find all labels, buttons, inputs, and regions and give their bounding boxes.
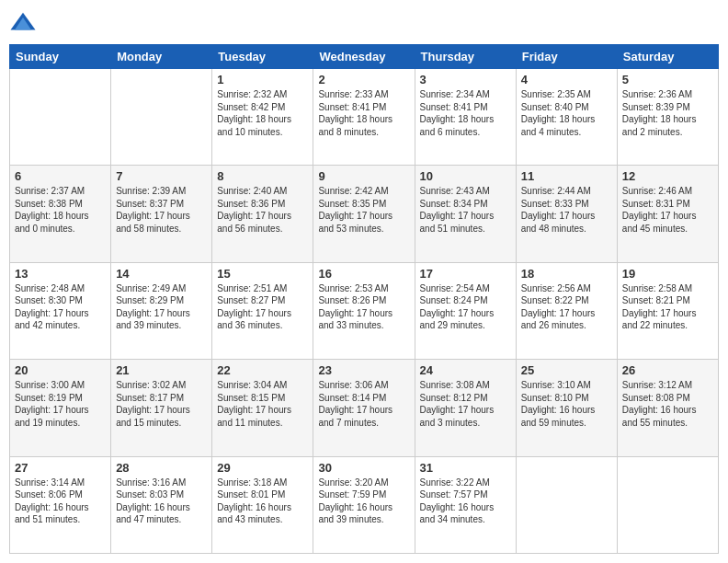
weekday-header: Monday xyxy=(111,45,212,69)
calendar-week-row: 6Sunrise: 2:37 AM Sunset: 8:38 PM Daylig… xyxy=(10,166,719,262)
calendar-cell: 15Sunrise: 2:51 AM Sunset: 8:27 PM Dayli… xyxy=(212,262,313,359)
day-number: 28 xyxy=(116,461,207,475)
day-content: Sunrise: 2:39 AM Sunset: 8:37 PM Dayligh… xyxy=(116,185,207,235)
day-content: Sunrise: 3:06 AM Sunset: 8:14 PM Dayligh… xyxy=(318,379,409,429)
day-content: Sunrise: 3:08 AM Sunset: 8:12 PM Dayligh… xyxy=(420,379,511,429)
calendar-cell: 19Sunrise: 2:58 AM Sunset: 8:21 PM Dayli… xyxy=(617,262,718,359)
calendar-cell: 29Sunrise: 3:18 AM Sunset: 8:01 PM Dayli… xyxy=(212,456,313,553)
day-content: Sunrise: 2:51 AM Sunset: 8:27 PM Dayligh… xyxy=(217,282,308,332)
day-number: 18 xyxy=(521,267,612,281)
day-number: 10 xyxy=(420,169,511,183)
calendar-cell: 18Sunrise: 2:56 AM Sunset: 8:22 PM Dayli… xyxy=(516,262,617,359)
day-content: Sunrise: 3:18 AM Sunset: 8:01 PM Dayligh… xyxy=(217,477,308,526)
calendar-cell: 22Sunrise: 3:04 AM Sunset: 8:15 PM Dayli… xyxy=(212,360,313,456)
weekday-header: Sunday xyxy=(10,45,111,69)
calendar-cell: 24Sunrise: 3:08 AM Sunset: 8:12 PM Dayli… xyxy=(415,360,516,456)
calendar-week-row: 13Sunrise: 2:48 AM Sunset: 8:30 PM Dayli… xyxy=(10,262,719,359)
day-content: Sunrise: 3:16 AM Sunset: 8:03 PM Dayligh… xyxy=(116,477,207,526)
day-number: 2 xyxy=(318,73,409,86)
calendar-cell: 2Sunrise: 2:33 AM Sunset: 8:41 PM Daylig… xyxy=(313,69,415,166)
weekday-header: Friday xyxy=(516,45,617,69)
calendar-cell: 6Sunrise: 2:37 AM Sunset: 8:38 PM Daylig… xyxy=(10,166,111,262)
calendar-cell: 30Sunrise: 3:20 AM Sunset: 7:59 PM Dayli… xyxy=(313,456,415,553)
weekday-header: Thursday xyxy=(415,45,516,69)
calendar-cell xyxy=(111,69,212,166)
calendar-cell: 26Sunrise: 3:12 AM Sunset: 8:08 PM Dayli… xyxy=(617,360,718,456)
calendar-week-row: 1Sunrise: 2:32 AM Sunset: 8:42 PM Daylig… xyxy=(10,69,719,166)
day-number: 20 xyxy=(15,363,106,377)
day-number: 30 xyxy=(318,461,409,475)
day-number: 15 xyxy=(217,267,308,281)
weekday-header: Tuesday xyxy=(212,45,313,69)
calendar-week-row: 27Sunrise: 3:14 AM Sunset: 8:06 PM Dayli… xyxy=(10,456,719,553)
day-number: 14 xyxy=(116,267,207,281)
day-content: Sunrise: 2:32 AM Sunset: 8:42 PM Dayligh… xyxy=(217,88,308,138)
day-content: Sunrise: 2:53 AM Sunset: 8:26 PM Dayligh… xyxy=(318,282,409,332)
calendar-cell: 16Sunrise: 2:53 AM Sunset: 8:26 PM Dayli… xyxy=(313,262,415,359)
calendar-cell xyxy=(516,456,617,553)
day-content: Sunrise: 2:54 AM Sunset: 8:24 PM Dayligh… xyxy=(420,282,511,332)
calendar-cell: 25Sunrise: 3:10 AM Sunset: 8:10 PM Dayli… xyxy=(516,360,617,456)
calendar-cell: 28Sunrise: 3:16 AM Sunset: 8:03 PM Dayli… xyxy=(111,456,212,553)
calendar-cell: 7Sunrise: 2:39 AM Sunset: 8:37 PM Daylig… xyxy=(111,166,212,262)
day-number: 17 xyxy=(420,267,511,281)
calendar-cell: 23Sunrise: 3:06 AM Sunset: 8:14 PM Dayli… xyxy=(313,360,415,456)
calendar-cell: 17Sunrise: 2:54 AM Sunset: 8:24 PM Dayli… xyxy=(415,262,516,359)
day-number: 9 xyxy=(318,169,409,183)
calendar-cell: 20Sunrise: 3:00 AM Sunset: 8:19 PM Dayli… xyxy=(10,360,111,456)
day-number: 5 xyxy=(622,73,713,86)
day-content: Sunrise: 2:36 AM Sunset: 8:39 PM Dayligh… xyxy=(622,88,713,138)
day-content: Sunrise: 3:20 AM Sunset: 7:59 PM Dayligh… xyxy=(318,477,409,526)
day-number: 22 xyxy=(217,363,308,377)
day-number: 12 xyxy=(622,169,713,183)
day-content: Sunrise: 2:58 AM Sunset: 8:21 PM Dayligh… xyxy=(622,282,713,332)
calendar-cell: 31Sunrise: 3:22 AM Sunset: 7:57 PM Dayli… xyxy=(415,456,516,553)
day-number: 3 xyxy=(420,73,511,86)
weekday-header: Saturday xyxy=(617,45,718,69)
day-number: 27 xyxy=(15,461,106,475)
day-content: Sunrise: 2:44 AM Sunset: 8:33 PM Dayligh… xyxy=(521,185,612,235)
day-number: 8 xyxy=(217,169,308,183)
day-number: 29 xyxy=(217,461,308,475)
day-number: 1 xyxy=(217,73,308,86)
calendar-cell: 9Sunrise: 2:42 AM Sunset: 8:35 PM Daylig… xyxy=(313,166,415,262)
calendar-cell: 11Sunrise: 2:44 AM Sunset: 8:33 PM Dayli… xyxy=(516,166,617,262)
day-content: Sunrise: 2:56 AM Sunset: 8:22 PM Dayligh… xyxy=(521,282,612,332)
logo-icon xyxy=(9,9,37,37)
day-number: 26 xyxy=(622,363,713,377)
calendar-table: SundayMondayTuesdayWednesdayThursdayFrid… xyxy=(9,44,719,554)
day-content: Sunrise: 2:48 AM Sunset: 8:30 PM Dayligh… xyxy=(15,282,106,332)
day-content: Sunrise: 3:10 AM Sunset: 8:10 PM Dayligh… xyxy=(521,379,612,429)
calendar-cell: 27Sunrise: 3:14 AM Sunset: 8:06 PM Dayli… xyxy=(10,456,111,553)
day-number: 6 xyxy=(15,169,106,183)
day-number: 19 xyxy=(622,267,713,281)
day-content: Sunrise: 2:46 AM Sunset: 8:31 PM Dayligh… xyxy=(622,185,713,235)
day-number: 4 xyxy=(521,73,612,86)
day-number: 31 xyxy=(420,461,511,475)
day-content: Sunrise: 3:00 AM Sunset: 8:19 PM Dayligh… xyxy=(15,379,106,429)
day-content: Sunrise: 3:12 AM Sunset: 8:08 PM Dayligh… xyxy=(622,379,713,429)
calendar-week-row: 20Sunrise: 3:00 AM Sunset: 8:19 PM Dayli… xyxy=(10,360,719,456)
day-number: 7 xyxy=(116,169,207,183)
calendar-cell xyxy=(10,69,111,166)
day-number: 25 xyxy=(521,363,612,377)
day-content: Sunrise: 3:22 AM Sunset: 7:57 PM Dayligh… xyxy=(420,477,511,526)
day-content: Sunrise: 3:14 AM Sunset: 8:06 PM Dayligh… xyxy=(15,477,106,526)
calendar-cell: 14Sunrise: 2:49 AM Sunset: 8:29 PM Dayli… xyxy=(111,262,212,359)
day-number: 16 xyxy=(318,267,409,281)
day-content: Sunrise: 2:37 AM Sunset: 8:38 PM Dayligh… xyxy=(15,185,106,235)
header xyxy=(9,9,719,37)
calendar-cell xyxy=(617,456,718,553)
day-content: Sunrise: 3:04 AM Sunset: 8:15 PM Dayligh… xyxy=(217,379,308,429)
day-number: 11 xyxy=(521,169,612,183)
calendar-cell: 3Sunrise: 2:34 AM Sunset: 8:41 PM Daylig… xyxy=(415,69,516,166)
calendar-cell: 12Sunrise: 2:46 AM Sunset: 8:31 PM Dayli… xyxy=(617,166,718,262)
day-content: Sunrise: 2:49 AM Sunset: 8:29 PM Dayligh… xyxy=(116,282,207,332)
calendar-cell: 1Sunrise: 2:32 AM Sunset: 8:42 PM Daylig… xyxy=(212,69,313,166)
day-content: Sunrise: 3:02 AM Sunset: 8:17 PM Dayligh… xyxy=(116,379,207,429)
day-number: 13 xyxy=(15,267,106,281)
calendar-cell: 21Sunrise: 3:02 AM Sunset: 8:17 PM Dayli… xyxy=(111,360,212,456)
calendar-cell: 13Sunrise: 2:48 AM Sunset: 8:30 PM Dayli… xyxy=(10,262,111,359)
day-content: Sunrise: 2:35 AM Sunset: 8:40 PM Dayligh… xyxy=(521,88,612,138)
calendar-cell: 5Sunrise: 2:36 AM Sunset: 8:39 PM Daylig… xyxy=(617,69,718,166)
